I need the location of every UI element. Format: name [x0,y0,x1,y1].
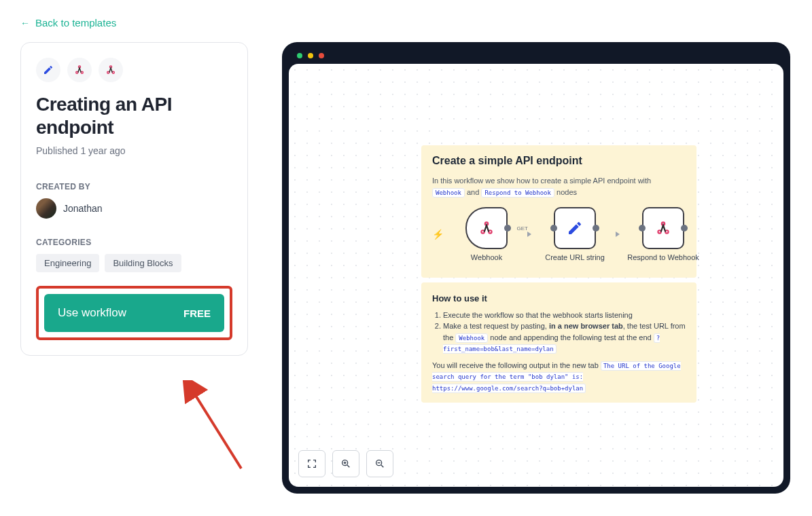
text: In this workflow we show how to create a… [432,177,651,185]
svg-point-10 [658,230,660,233]
text: Execute the workflow so that the webhook… [443,311,633,319]
webhook-icon [99,58,123,82]
window-traffic-lights [289,53,783,64]
published-text: Published 1 year ago [36,145,232,156]
sticky-note-intro: Create a simple API endpoint In this wor… [421,145,696,278]
traffic-green-icon [297,53,302,58]
workflow-preview-window: Create a simple API endpoint In this wor… [282,42,790,494]
node-create-url[interactable]: Create URL string [537,207,612,261]
categories-label: CATEGORIES [36,238,232,247]
zoom-in-button[interactable] [332,450,359,477]
node-label: Create URL string [545,253,605,261]
avatar [36,198,56,219]
code-chip: Webhook [432,188,465,198]
trigger-bolt-icon: ⚡ [432,229,444,240]
category-row: Engineering Building Blocks [36,254,232,272]
sticky-title: Create a simple API endpoint [432,155,686,167]
svg-point-3 [107,71,109,73]
sticky-desc: In this workflow we show how to create a… [432,175,686,198]
cta-badge: FREE [183,308,211,319]
howto-step: Make a test request by pasting, in a new… [443,320,686,354]
template-card: Creating an API endpoint Published 1 yea… [20,42,248,356]
text: You will receive the following output in… [432,361,601,369]
howto-step: Execute the workflow so that the webhook… [443,310,686,321]
svg-point-8 [489,230,491,233]
svg-point-1 [81,71,83,73]
text: Make a test request by pasting, [443,322,549,330]
svg-point-11 [665,230,668,233]
icon-row [36,58,232,82]
howto-result: You will receive the following output in… [432,360,686,394]
svg-point-4 [112,71,114,73]
svg-point-0 [76,71,78,73]
fullscreen-button[interactable] [298,450,325,477]
svg-line-6 [194,392,241,468]
node-label: Webhook [471,253,502,261]
howto-title: How to use it [432,292,686,306]
template-title: Creating an API endpoint [36,93,232,139]
text-bold: in a new browser tab [549,322,623,330]
node-webhook[interactable]: GET Webhook [449,207,524,261]
text: nodes [557,188,577,196]
svg-line-18 [381,465,383,467]
back-link-text: Back to templates [35,17,116,29]
canvas-toolbar [298,450,393,477]
code-chip: Respond to Webhook [481,188,554,198]
traffic-yellow-icon [308,53,313,58]
category-pill[interactable]: Building Blocks [105,254,181,272]
arrow-left-icon: ← [20,18,30,29]
category-pill[interactable]: Engineering [36,254,99,272]
use-workflow-button[interactable]: Use workflow FREE [44,294,224,332]
svg-line-14 [347,465,349,467]
svg-point-7 [481,230,484,233]
node-label: Respond to Webhook [627,253,699,261]
cta-label: Use workflow [58,306,126,320]
text: and [467,188,481,196]
sticky-note-howto: How to use it Execute the workflow so th… [421,282,696,403]
node-respond[interactable]: Respond to Webhook [626,207,701,261]
http-method-badge: GET [517,225,528,232]
code-chip: Webhook [455,333,488,343]
workflow-nodes: ⚡ GET Webhook Create URL string [432,207,686,261]
author-name: Jonathan [63,203,103,214]
workflow-canvas[interactable]: Create a simple API endpoint In this wor… [289,64,783,487]
cta-highlight-box: Use workflow FREE [36,286,232,340]
zoom-out-button[interactable] [366,450,393,477]
back-link[interactable]: ← Back to templates [20,17,116,29]
webhook-icon [67,58,92,82]
text: node and appending the following test at… [488,333,653,342]
author-row[interactable]: Jonathan [36,198,232,219]
pencil-icon [36,58,60,82]
traffic-red-icon [319,53,324,58]
created-by-label: CREATED BY [36,182,232,191]
annotation-arrow-icon [177,380,251,475]
